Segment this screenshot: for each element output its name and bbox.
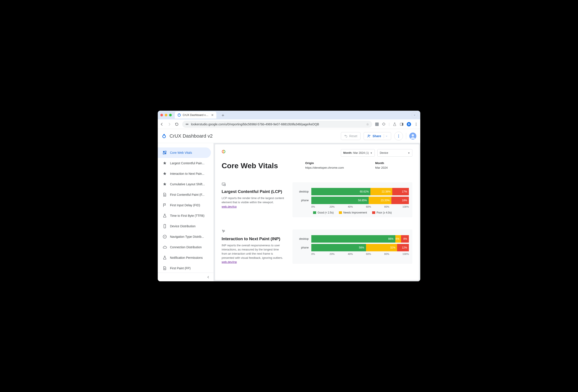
metric-link[interactable]: web.dev/lcp [222,205,237,208]
window-close-icon[interactable] [160,114,163,116]
chart-seg-good: 56% [311,244,366,251]
profile-avatar-icon[interactable]: B [407,122,411,126]
star-icon [163,182,167,186]
origin-label: Origin [305,161,366,165]
metric-link[interactable]: web.dev/inp [222,260,237,264]
metric-desc: INP reports the overall responsiveness t… [222,244,285,260]
sidebar-item-6[interactable]: Time to First Byte (TTFB) [158,210,211,221]
user-avatar-icon[interactable] [409,133,416,140]
legend-good: Good (< 2.5s) [317,211,334,214]
labs-flask-icon[interactable] [393,122,397,126]
picture-icon [222,182,285,186]
crux-logo-icon [222,150,226,153]
svg-point-7 [416,124,417,124]
axis-tick: 40% [348,205,366,208]
chart-bar: 86%6%8% [311,235,409,243]
svg-point-11 [368,135,369,136]
report-canvas: Month: Mar 2024 (1) ▼ Device ▼ Core Web … [214,143,420,281]
sidebar-item-8[interactable]: Navigation Type Distrib... [158,231,211,242]
sidebar-item-label: First Paint (FP) [170,266,191,270]
sidebar-item-2[interactable]: Interaction to Next Pain... [158,168,211,179]
month-value: Mar 2024 [375,166,412,169]
device-filter[interactable]: Device ▼ [377,149,412,157]
chart-row-label: phone [296,246,309,249]
browser-tab[interactable]: CrUX Dashboard v2 › Core W… ✕ [175,112,216,119]
sidebar-item-0[interactable]: Core Web Vitals [158,147,211,158]
browser-menu-icon[interactable] [414,122,418,126]
chart-seg-poor: 8% [401,235,409,243]
sidebar-collapse-button[interactable] [158,273,214,281]
axis-tick: 0% [311,253,330,255]
month-filter[interactable]: Month: Mar 2024 (1) ▼ [341,149,375,157]
chart-seg-ni: 23.33% [369,197,391,204]
sidebar-item-label: Core Web Vitals [170,151,192,154]
axis-tick: 20% [330,253,348,255]
chart-seg-ni: 32% [366,244,397,251]
chart-seg-poor: 18% [391,197,409,204]
flag-icon [163,203,167,207]
tab-favicon-icon [177,113,181,117]
share-button[interactable]: Share [364,132,391,140]
page-title: Core Web Vitals [222,161,296,170]
address-url: lookerstudio.google.com/u/0/reporting/bb… [191,122,364,126]
sidebar-item-label: Cumulative Layout Shift... [170,182,205,186]
sidebar-item-label: Navigation Type Distrib... [170,235,204,239]
sidebar-item-label: First Contentful Paint (F... [170,193,204,196]
kebab-icon [397,134,401,138]
reset-button[interactable]: Reset [341,132,361,140]
chart-seg-good: 58.85% [311,197,369,204]
sidebar-item-5[interactable]: First Input Delay (FID) [158,200,211,210]
more-options-button[interactable] [394,132,403,141]
svg-point-9 [163,135,166,138]
lookerstudio-logo-icon [162,134,166,139]
chart-bar: 60.62%22.38%17% [311,188,409,195]
sidebar-item-7[interactable]: Device Distribution [158,221,211,231]
sidebar-item-1[interactable]: Largest Contentful Pain... [158,158,211,168]
metric-lcp: Largest Contentful Paint (LCP)LCP report… [222,182,412,217]
svg-point-16 [412,134,414,137]
chart-row-label: phone [296,199,309,202]
sidebar-item-9[interactable]: Connection Distribution [158,242,211,252]
sidebar-item-11[interactable]: First Paint (FP) [158,263,211,273]
sidebar-item-10[interactable]: Notification Permissions [158,252,211,263]
reset-label: Reset [349,134,357,138]
sidebar-item-label: Time to First Byte (TTFB) [170,214,204,217]
bookmark-star-icon[interactable]: ☆ [366,122,369,126]
site-info-icon[interactable] [185,122,189,126]
window-minimize-icon[interactable] [165,114,167,116]
svg-point-12 [398,135,399,135]
star-icon [163,172,167,176]
reload-button[interactable] [175,122,179,126]
address-bar[interactable]: lookerstudio.google.com/u/0/reporting/bb… [182,121,372,128]
side-panel-icon[interactable] [400,122,404,126]
origin-value: https://developer.chrome.com [305,166,366,169]
month-filter-value: Mar 2024 [353,151,365,154]
axis-tick: 20% [330,205,348,208]
svg-rect-19 [163,153,164,154]
new-tab-button[interactable]: ＋ [219,112,226,119]
svg-point-6 [416,123,417,123]
tab-title: CrUX Dashboard v2 › Core W… [183,113,209,117]
legend-ni: Needs Improvement [343,211,367,214]
chevron-down-icon [385,135,388,137]
metric-chart: desktop60.62%22.38%17%phone58.85%23.33%1… [292,182,412,217]
sidebar-item-3[interactable]: Cumulative Layout Shift... [158,179,211,190]
chart-seg-good: 86% [311,235,395,243]
sidebar-item-4[interactable]: First Contentful Paint (F... [158,190,211,200]
chart-bar: 56%32%12% [311,244,409,251]
chart-bar: 58.85%23.33%18% [311,197,409,204]
report-page: Month: Mar 2024 (1) ▼ Device ▼ Core Web … [215,144,419,280]
extensions-puzzle-icon[interactable] [382,122,386,126]
window-zoom-icon[interactable] [169,114,172,116]
extension-icon[interactable] [375,122,379,126]
compass-icon [163,235,167,239]
doc-icon [163,193,167,197]
metric-title: Interaction to Next Paint (INP) [222,237,285,241]
window-traffic-lights [160,114,172,116]
svg-point-14 [398,137,399,137]
back-button[interactable] [160,122,164,126]
axis-tick: 40% [348,253,366,255]
star-icon [163,161,167,165]
tabs-dropdown-icon[interactable] [412,112,418,118]
tab-close-icon[interactable]: ✕ [211,113,214,117]
